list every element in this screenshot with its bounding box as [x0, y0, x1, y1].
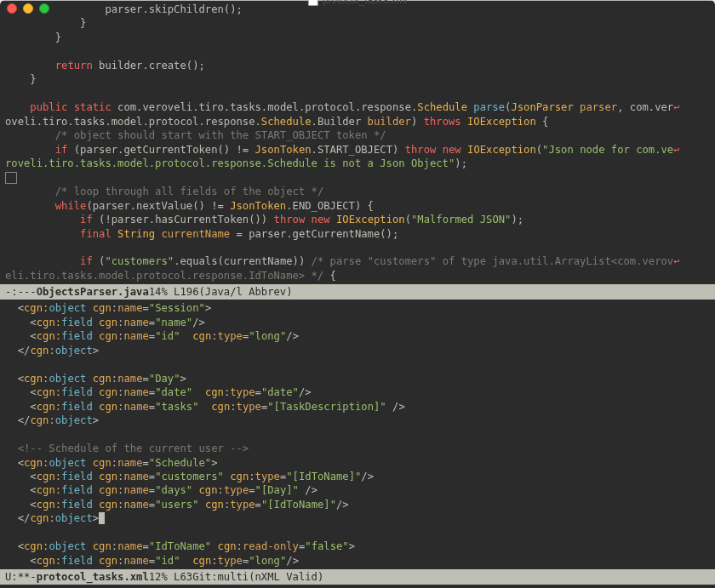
- fold-marker-icon[interactable]: [5, 172, 17, 184]
- modeline-file-bot: protocol_tasks.xml: [37, 571, 149, 583]
- app-window: protocol_tasks.xml parser.skipChildren()…: [0, 0, 715, 588]
- minibuffer[interactable]: [0, 585, 715, 588]
- titlebar-text: protocol_tasks.xml: [323, 0, 407, 6]
- window-controls: [7, 3, 49, 14]
- minimize-icon[interactable]: [23, 3, 33, 14]
- xml-code[interactable]: <cgn:object cgn:name="Session"> <cgn:fie…: [0, 300, 715, 569]
- titlebar-filename: protocol_tasks.xml: [308, 0, 407, 6]
- document-icon: [308, 0, 318, 6]
- close-icon[interactable]: [7, 3, 17, 14]
- pane-xml[interactable]: <cgn:object cgn:name="Session"> <cgn:fie…: [0, 300, 715, 569]
- java-code[interactable]: parser.skipChildren(); } } return builde…: [0, 1, 715, 284]
- modeline-file-top: ObjectsParser.java: [37, 286, 149, 298]
- text-cursor: [99, 512, 105, 524]
- titlebar[interactable]: protocol_tasks.xml: [0, 0, 715, 1]
- modeline-top[interactable]: -:--- ObjectsParser.java 14% L196 (Java/…: [0, 284, 715, 300]
- editor-area: parser.skipChildren(); } } return builde…: [0, 1, 715, 588]
- maximize-icon[interactable]: [39, 3, 49, 14]
- modeline-bottom[interactable]: U:**- protocol_tasks.xml 12% L63 Git:mul…: [0, 569, 715, 585]
- pane-java[interactable]: parser.skipChildren(); } } return builde…: [0, 1, 715, 284]
